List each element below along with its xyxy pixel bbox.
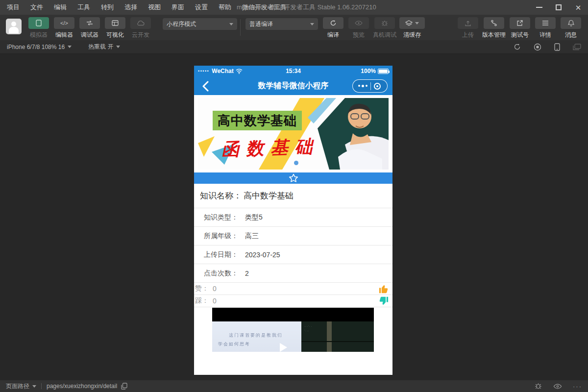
field-value: 2023-07-25 <box>245 251 280 259</box>
field-label: 知识类型： <box>204 213 238 222</box>
debugger-toggle-button[interactable]: 调试器 <box>78 17 101 39</box>
phone-nav-bar: 数学辅导微信小程序 <box>194 76 392 95</box>
more-options-button[interactable]: ··· <box>573 383 582 390</box>
editor-toggle-button[interactable]: </> 编辑器 <box>53 17 75 39</box>
battery-icon <box>378 69 389 74</box>
chevron-down-icon <box>68 46 72 48</box>
phone-simulator-screen: ••••• WeChat 15:34 100% 数学辅导微信小程序 <box>194 66 392 375</box>
test-account-button[interactable]: 测试号 <box>509 17 531 39</box>
thumbs-down-button[interactable] <box>379 296 389 306</box>
menu-select[interactable]: 选择 <box>124 3 137 12</box>
field-label: 知识名称： <box>200 190 242 201</box>
upload-button[interactable]: 上传 <box>457 17 479 39</box>
menu-goto[interactable]: 转到 <box>101 3 114 12</box>
record-button[interactable] <box>534 43 541 51</box>
dislike-label: 踩： <box>195 296 209 305</box>
minimize-button[interactable] <box>529 0 549 15</box>
avatar[interactable] <box>6 19 22 34</box>
layers-icon <box>399 17 425 29</box>
menu-tools[interactable]: 工具 <box>77 3 90 12</box>
chevron-down-icon <box>415 22 419 24</box>
clear-cache-button[interactable]: 清缓存 <box>399 17 425 39</box>
phone-status-bar: ••••• WeChat 15:34 100% <box>194 66 392 76</box>
like-count: 0 <box>213 285 217 293</box>
chevron-down-icon <box>310 23 314 25</box>
hot-reload-selector[interactable]: 热重载 开 <box>88 43 120 51</box>
thumbs-down-icon <box>379 296 389 306</box>
bug-icon <box>374 17 395 29</box>
field-value: 高三 <box>245 232 259 241</box>
menu-settings[interactable]: 设置 <box>195 3 208 12</box>
menu-view[interactable]: 视图 <box>148 3 161 12</box>
visual-toggle-button[interactable]: 可视化 <box>104 17 126 39</box>
dislike-row: 踩： 0 <box>194 295 392 307</box>
window-title: mp-weixin - 微信开发者工具 Stable 1.06.2207210 <box>237 0 376 15</box>
video-frame-chalkboard: ·· ·˙· ·˙· ·· <box>301 321 374 352</box>
bell-icon <box>561 17 581 29</box>
watch-toggle-button[interactable] <box>553 384 562 389</box>
refresh-page-button[interactable] <box>514 43 521 50</box>
menu-help[interactable]: 帮助 <box>219 3 231 12</box>
details-button[interactable]: 详情 <box>534 17 557 39</box>
device-debug-button[interactable]: 真机调试 <box>373 17 396 39</box>
field-value: 2 <box>245 270 249 277</box>
exit-target-icon[interactable] <box>374 83 381 90</box>
favorite-bar[interactable] <box>194 172 392 184</box>
preview-button[interactable]: 预览 <box>347 17 370 39</box>
field-row-grade: 所属年级： 高三 <box>194 227 392 245</box>
phone-icon <box>28 17 49 29</box>
capsule-menu[interactable] <box>352 79 388 93</box>
play-icon[interactable] <box>280 343 287 352</box>
mode-dropdown[interactable]: 小程序模式 <box>163 18 237 30</box>
field-row-name: 知识名称： 高中数学基础 <box>194 184 392 208</box>
device-frame-button[interactable] <box>554 43 560 51</box>
minimize-icon <box>536 7 542 8</box>
cloud-dev-button[interactable]: 云开发 <box>129 17 152 39</box>
debug-toggle-button[interactable] <box>534 383 542 390</box>
refresh-icon <box>323 17 343 29</box>
page-path-selector[interactable]: 页面路径 <box>6 382 36 391</box>
detail-fields: 知识名称： 高中数学基础 知识类型： 类型5 所属年级： 高三 上传日期： 20… <box>194 184 392 307</box>
footer-bar: 页面路径 pages/xuexizhongxin/detail ··· <box>0 380 588 392</box>
thumbs-up-icon <box>379 284 389 294</box>
menu-file[interactable]: 文件 <box>30 3 43 12</box>
copy-path-button[interactable] <box>121 383 127 390</box>
simulator-toggle-button[interactable]: 模拟器 <box>27 17 50 39</box>
course-banner-image[interactable]: 高中数学基础 函数基础 <box>198 98 389 170</box>
version-manage-button[interactable]: 版本管理 <box>482 17 506 39</box>
eye-icon <box>553 384 562 389</box>
bug-icon <box>534 383 542 390</box>
device-selector[interactable]: iPhone 6/7/8 108% 16 <box>7 44 72 50</box>
banner-title-text: 高中数学基础 <box>213 111 302 130</box>
close-icon: ✕ <box>575 4 582 11</box>
git-branch-icon <box>484 17 504 29</box>
dislike-count: 0 <box>213 297 217 305</box>
video-caption-line2: 学会如何思考 <box>218 341 250 347</box>
maximize-button[interactable] <box>549 0 568 15</box>
video-caption-line1: 这门课首要的是教我们 <box>229 332 283 339</box>
battery-percent-label: 100% <box>361 68 376 74</box>
menu-edit[interactable]: 编辑 <box>54 3 67 12</box>
field-label: 上传日期： <box>204 250 238 259</box>
thumbs-up-button[interactable] <box>379 284 389 294</box>
messages-button[interactable]: 消息 <box>560 17 582 39</box>
maximize-icon <box>556 4 562 10</box>
video-frame-slide: 这门课首要的是教我们 学会如何思考 <box>212 321 301 352</box>
menu-project[interactable]: 项目 <box>7 3 20 12</box>
field-value: 类型5 <box>245 213 263 222</box>
menu-interface[interactable]: 界面 <box>172 3 184 12</box>
compile-mode-dropdown[interactable]: 普通编译 <box>245 18 318 30</box>
chevron-down-icon <box>229 23 233 25</box>
multi-window-button[interactable] <box>573 44 581 50</box>
more-icon[interactable] <box>358 85 369 87</box>
window-titlebar: 项目 文件 编辑 工具 转到 选择 视图 界面 设置 帮助 微信开发者工具 mp… <box>0 0 588 15</box>
banner-section: 高中数学基础 函数基础 <box>194 95 392 172</box>
star-icon[interactable] <box>289 173 298 183</box>
main-toolbar: 模拟器 </> 编辑器 调试器 可视化 云开发 小程序模式 普通编译 编译 <box>0 15 588 40</box>
close-button[interactable]: ✕ <box>568 0 588 15</box>
external-link-icon <box>510 17 530 29</box>
field-label: 点击次数： <box>204 269 238 278</box>
compile-button[interactable]: 编译 <box>322 17 344 39</box>
eye-icon <box>348 17 369 29</box>
video-player[interactable]: 这门课首要的是教我们 学会如何思考 ·· ·˙· ·˙· ·· <box>212 308 374 352</box>
